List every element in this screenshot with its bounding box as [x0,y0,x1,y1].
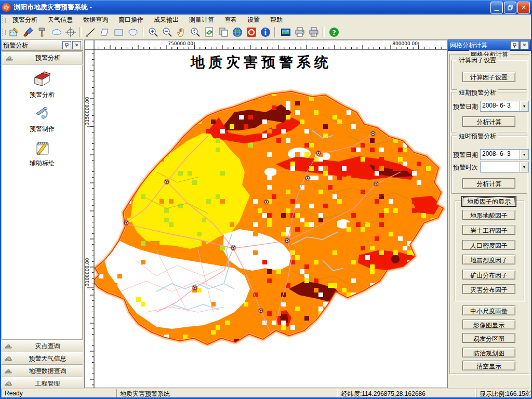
toolbar-separator [274,27,276,37]
menu-warning-analysis[interactable]: 预警分析 [7,15,43,25]
clear-display-button[interactable]: 清空显示 [462,361,515,370]
warning-analysis-book-icon [33,70,51,88]
window-titlebar: dy 浏阳市地质灾害预警系统 - ▁ ✕ [0,0,532,15]
zoom-out-icon[interactable] [161,26,174,39]
prevention-plan-button[interactable]: 防治规划图 [462,348,515,357]
svg-text:?: ? [332,29,336,36]
warning-produce-pen-icon [33,104,51,122]
draw-polygon-icon[interactable] [98,26,111,39]
seismic-factor-button[interactable]: 地震烈度因子 [462,255,515,264]
geotech-factor-button[interactable]: 岩土工程因子 [462,225,515,235]
legend-image-icon[interactable] [279,26,292,39]
restore-button[interactable] [504,2,516,14]
left-panel-titlebar: 预警分析 ✕ [1,39,83,51]
warning-time-label: 预警时次 [453,163,478,172]
short-time-analyze-button[interactable]: 分析计算 [462,178,515,189]
section-label: 工程管理 [12,379,83,388]
warning-date-label: 预警日期 [453,151,478,159]
print-icon[interactable] [293,26,306,39]
minimize-button[interactable]: ▁ [490,2,503,14]
map-title: 地质灾害预警系统 [190,54,332,70]
rainfall-scale-button[interactable]: 中小尺度雨量 [462,305,515,315]
pin-icon[interactable] [510,41,519,49]
svg-text:3100000.00: 3100000.00 [85,258,90,286]
weather-stamp-icon [5,354,12,363]
mine-factor-button[interactable]: 矿山分布因子 [462,270,515,280]
section-geo-data-query[interactable]: 地理数据查询 [2,365,83,377]
stop-icon[interactable] [245,26,258,39]
info-icon[interactable] [259,26,272,39]
close-icon[interactable]: ✕ [520,41,529,49]
edit-map-icon[interactable] [8,26,21,39]
section-disaster-point-query[interactable]: 灾点查询 [2,340,83,352]
disaster-factor-button[interactable]: 灾害分布因子 [462,284,515,294]
terrain-factor-button[interactable]: 地形地貌因子 [462,210,515,220]
menu-weather-info[interactable]: 天气信息 [43,15,78,25]
draw-ellipse-icon[interactable] [126,26,139,39]
menu-result-output[interactable]: 成果输出 [149,15,184,25]
globe-icon[interactable] [231,26,244,39]
short-term-date-combobox[interactable]: 2008- 6- 3 ▼ [480,101,529,112]
print-setup-icon[interactable] [307,26,320,39]
toolbar-separator [79,27,82,37]
hammer-icon[interactable] [36,26,49,39]
toolbar: ? [1,25,531,40]
menu-window-ops[interactable]: 窗口操作 [113,15,149,25]
restore-icon [508,5,513,10]
menu-view[interactable]: 查看 [219,15,242,25]
stamp-icon [5,367,12,375]
susceptibility-map-button[interactable]: 易发分区图 [462,333,515,343]
stamp-icon [5,342,12,350]
tool-warning-produce[interactable]: 预警制作 [2,99,82,134]
chevron-down-icon[interactable]: ▼ [520,150,528,159]
app-icon: dy [2,3,11,12]
geology-factor-display-button[interactable]: 地质因子的显示 [461,196,516,207]
left-panel-header[interactable]: 预警分析 [2,51,83,64]
zoom-in-icon[interactable] [147,26,159,39]
menu-data-query[interactable]: 数据查询 [78,15,113,25]
menu-measure-calc[interactable]: 测量计算 [184,15,219,25]
window-border-left [0,15,1,399]
weather-stamp-icon [5,379,12,388]
tool-aux-plot[interactable]: 辅助标绘 [2,134,82,168]
section-label: 预警天气信息 [12,354,83,363]
resize-grip[interactable] [525,390,531,396]
calc-factor-settings-button[interactable]: 计算因子设置 [462,72,515,82]
toolbar-grip[interactable] [2,29,5,36]
chevron-down-icon[interactable]: ▼ [520,162,528,172]
menu-settings[interactable]: 设置 [242,15,265,25]
paint-brush-icon[interactable] [22,26,35,39]
toolbar-separator [142,27,144,37]
map-canvas[interactable]: 地质灾害预警系统 750000.00800000.003150000.00310… [84,39,448,388]
short-term-analyze-button[interactable]: 分析计算 [462,116,515,127]
tool-warning-analysis[interactable]: 预警分析 [2,65,82,99]
group-label: 计算因子设置 [457,56,498,65]
short-time-times-combobox[interactable]: ▼ [480,162,529,172]
menubar-grip[interactable] [2,16,5,23]
pan-hand-icon[interactable] [175,26,188,39]
right-panel-title: 网格分析计算 [450,41,509,50]
short-time-date-combobox[interactable]: 2008- 6- 3 ▼ [480,149,529,160]
group-label: 短期预警分析 [457,88,498,97]
svg-text:800000.00: 800000.00 [392,41,418,46]
close-icon[interactable]: ✕ [72,41,81,49]
tool-label: 预警制作 [2,125,82,134]
chevron-down-icon[interactable]: ▼ [520,101,528,111]
menu-help[interactable]: 帮助 [265,15,288,25]
cloud-icon[interactable] [50,26,63,39]
population-factor-button[interactable]: 人口密度因子 [462,240,515,250]
draw-rectangle-icon[interactable] [112,26,125,39]
refresh-view-icon[interactable] [203,26,216,39]
help-icon[interactable]: ? [327,26,340,39]
copy-view-icon[interactable] [217,26,230,39]
image-display-button[interactable]: 影像图显示 [462,320,515,329]
left-dock-panel: 预警分析 ✕ 预警分析 预警分析 预警制作 辅助标绘 灾点查询 预警天气信息 地… [1,39,83,387]
statusbar: Ready 地质灾害预警系统 经纬度:114.296875,28.162686 … [0,388,532,397]
zoom-extent-icon[interactable] [189,26,202,39]
locate-target-icon[interactable] [64,26,77,39]
pin-icon[interactable] [62,41,71,49]
close-button[interactable]: ✕ [517,2,530,14]
draw-line-icon[interactable] [84,26,97,39]
svg-text:3150000.00: 3150000.00 [85,97,90,125]
section-warning-weather-info[interactable]: 预警天气信息 [2,352,83,365]
